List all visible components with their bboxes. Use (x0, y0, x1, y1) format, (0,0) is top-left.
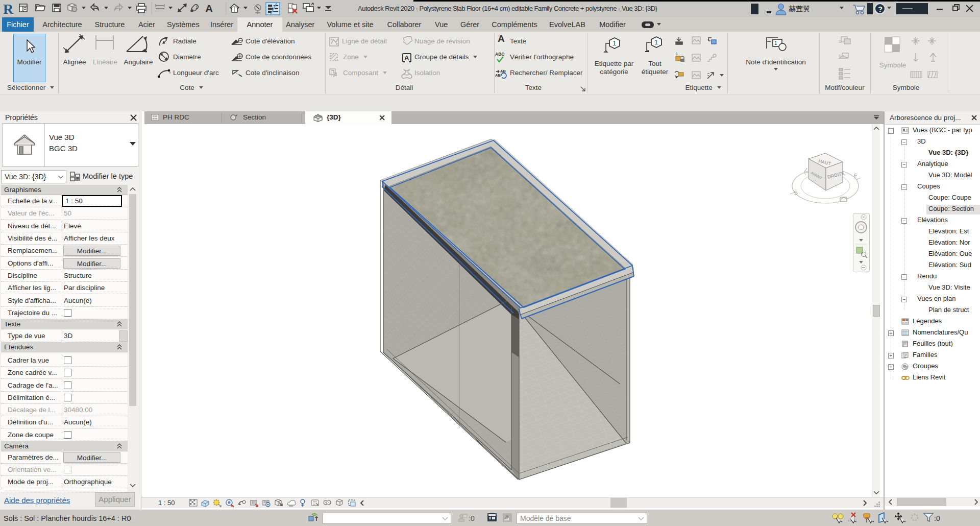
svg-text:1: 1 (195, 5, 198, 10)
svg-text:1: 1 (654, 38, 658, 46)
svg-text:1: 1 (612, 39, 616, 47)
svg-text:?: ? (878, 5, 883, 13)
svg-text:A: A (404, 54, 409, 62)
svg-text:E: E (853, 172, 858, 178)
svg-text:1: 1 (774, 40, 777, 46)
svg-text:AB: AB (495, 73, 501, 78)
svg-text:A: A (205, 3, 213, 14)
svg-text:1: 1 (707, 37, 709, 40)
svg-text:R: R (3, 1, 14, 17)
svg-text:1: 1 (676, 52, 678, 56)
